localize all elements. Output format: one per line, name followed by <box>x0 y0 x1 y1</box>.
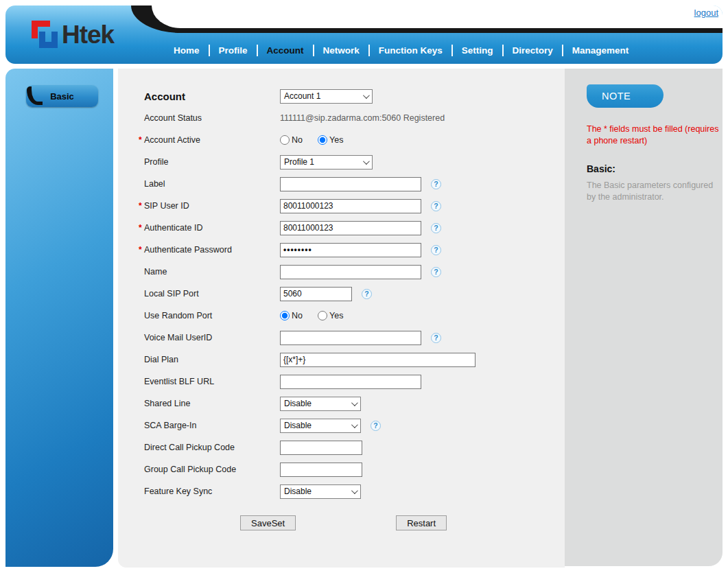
chevron-down-icon <box>351 421 358 428</box>
nav-tab-network[interactable]: Network <box>314 45 368 56</box>
form-row: * SIP User ID ? <box>139 197 565 215</box>
use-random-port-radio-group: No Yes <box>280 311 358 320</box>
form-row: Profile Profile 1 <box>139 153 565 171</box>
account-active-label: Account Active <box>144 135 280 145</box>
help-icon[interactable]: ? <box>431 201 441 211</box>
nav-tab-profile[interactable]: Profile <box>210 45 257 56</box>
main-panel: Account Account 1 Account Status 111111@… <box>118 69 565 568</box>
chevron-down-icon <box>351 487 358 494</box>
direct-call-pickup-code-input[interactable] <box>280 441 362 455</box>
nav-separator <box>451 45 453 56</box>
logout-link[interactable]: logout <box>694 8 718 18</box>
direct-call-pickup-code-label: Direct Call Pickup Code <box>144 443 280 452</box>
authenticate-password-input[interactable] <box>280 243 421 257</box>
main-nav: Home Profile Account Network Function Ke… <box>165 42 637 58</box>
help-icon[interactable]: ? <box>431 179 441 189</box>
form-row: Eventlist BLF URL <box>139 373 565 390</box>
nav-tab-function-keys[interactable]: Function Keys <box>370 45 451 56</box>
form-row: Dial Plan <box>139 351 565 369</box>
shared-line-label: Shared Line <box>144 399 280 408</box>
feature-key-sync-select[interactable]: Disable <box>280 484 361 499</box>
local-sip-port-input[interactable] <box>280 287 352 301</box>
profile-label: Profile <box>144 157 280 167</box>
authenticate-id-input[interactable] <box>280 221 421 235</box>
saveset-button[interactable]: SaveSet <box>240 515 296 530</box>
nav-separator <box>368 45 370 56</box>
help-icon[interactable]: ? <box>431 333 441 343</box>
form-row: Use Random Port No Yes <box>139 307 565 325</box>
form-actions: SaveSet Restart <box>139 515 565 530</box>
nav-tab-directory[interactable]: Directory <box>504 45 562 56</box>
form-row: SCA Barge-In Disable ? <box>139 417 565 434</box>
required-marker: * <box>139 245 144 255</box>
help-icon[interactable]: ? <box>362 289 372 299</box>
chevron-down-icon <box>351 399 358 406</box>
note-warning-text: The * fields must be filled (requires a … <box>587 124 724 147</box>
nav-tab-home[interactable]: Home <box>165 45 209 56</box>
group-call-pickup-code-input[interactable] <box>280 463 362 477</box>
form-row: Feature Key Sync Disable <box>139 482 565 500</box>
authenticate-id-label: Authenticate ID <box>144 223 280 233</box>
dial-plan-label: Dial Plan <box>144 355 280 364</box>
note-panel: NOTE The * fields must be filled (requir… <box>565 69 723 566</box>
form-row: Label ? <box>139 175 565 193</box>
account-status-value: 111111@sip.zadarma.com:5060 Registered <box>280 113 445 123</box>
required-marker: * <box>139 201 144 211</box>
nav-separator <box>313 45 314 56</box>
name-input[interactable] <box>280 265 421 279</box>
name-label: Name <box>144 267 280 277</box>
help-icon[interactable]: ? <box>431 245 441 255</box>
use-random-port-yes-radio[interactable] <box>318 311 327 320</box>
nav-separator <box>257 45 258 56</box>
page-title: Account <box>144 91 280 102</box>
form-row: Local SIP Port ? <box>139 285 565 303</box>
sidebar-item-basic[interactable]: Basic <box>26 85 98 107</box>
voice-mail-userid-label: Voice Mail UserID <box>144 333 280 342</box>
required-marker: * <box>139 135 144 145</box>
feature-key-sync-label: Feature Key Sync <box>144 487 280 496</box>
voice-mail-userid-input[interactable] <box>280 331 421 345</box>
account-active-yes-radio[interactable] <box>318 135 327 145</box>
form-row: * Account Active No Yes <box>139 131 565 149</box>
eventlist-blf-url-input[interactable] <box>280 375 421 389</box>
chevron-down-icon <box>363 92 370 99</box>
nav-tab-management[interactable]: Management <box>563 45 638 56</box>
help-icon[interactable]: ? <box>431 223 441 233</box>
logout-area: logout <box>694 6 718 19</box>
use-random-port-no-radio[interactable] <box>280 311 290 320</box>
chevron-down-icon <box>363 158 370 165</box>
note-basic-description: The Basic parameters configured by the a… <box>587 180 721 203</box>
account-form: Account Account 1 Account Status 111111@… <box>118 69 565 530</box>
sidebar-item-label: Basic <box>50 91 74 102</box>
account-select[interactable]: Account 1 <box>280 89 373 104</box>
form-row: Account Account 1 <box>139 87 565 105</box>
sip-user-id-input[interactable] <box>280 199 421 213</box>
nav-tab-setting[interactable]: Setting <box>453 45 502 56</box>
sidebar: Basic <box>5 69 113 567</box>
nav-tab-account[interactable]: Account <box>258 45 313 56</box>
shared-line-select[interactable]: Disable <box>280 397 361 411</box>
dial-plan-input[interactable] <box>280 353 475 367</box>
form-row: Group Call Pickup Code <box>139 460 565 478</box>
help-icon[interactable]: ? <box>371 421 381 431</box>
account-active-no-radio[interactable] <box>280 135 290 145</box>
note-basic-heading: Basic: <box>587 163 615 174</box>
form-row: Shared Line Disable <box>139 395 565 412</box>
help-icon[interactable]: ? <box>431 267 441 277</box>
sca-barge-in-label: SCA Barge-In <box>144 421 280 430</box>
nav-separator <box>562 45 563 56</box>
account-active-radio-group: No Yes <box>280 135 358 145</box>
label-input[interactable] <box>280 177 421 191</box>
sca-barge-in-select[interactable]: Disable <box>280 419 361 433</box>
label-label: Label <box>144 179 280 189</box>
eventlist-blf-url-label: Eventlist BLF URL <box>144 377 280 386</box>
form-row: Account Status 111111@sip.zadarma.com:50… <box>139 109 565 127</box>
htek-logo-icon <box>32 19 58 49</box>
profile-select[interactable]: Profile 1 <box>280 155 373 169</box>
logo-blue-shape <box>39 32 58 48</box>
restart-button[interactable]: Restart <box>396 515 447 530</box>
authenticate-password-label: Authenticate Password <box>144 245 280 255</box>
header: Htek Home Profile Account Network Functi… <box>5 5 723 64</box>
header-swoosh <box>131 5 723 33</box>
brand-name: Htek <box>62 22 114 47</box>
